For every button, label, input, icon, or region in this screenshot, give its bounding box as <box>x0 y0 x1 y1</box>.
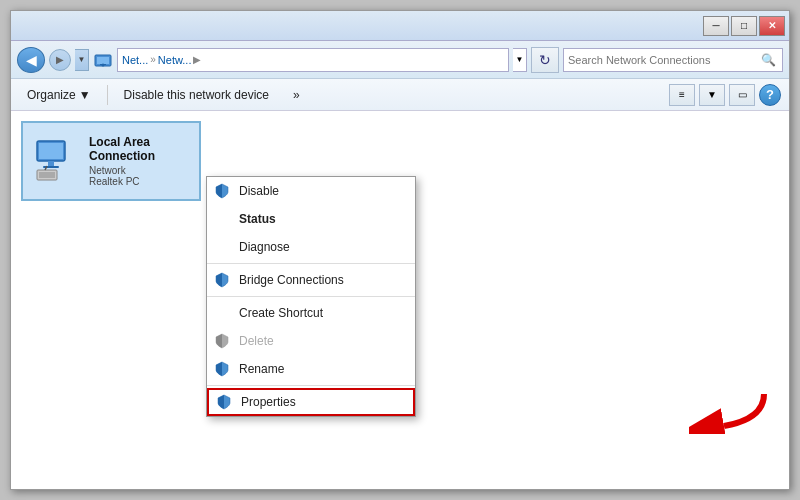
menu-separator-2 <box>207 296 415 297</box>
network-adapter-icon <box>31 137 79 185</box>
shield-icon-properties <box>215 393 233 411</box>
more-options-button[interactable]: » <box>285 84 308 106</box>
connection-type: Network <box>89 165 191 176</box>
breadcrumb-sep2: ▶ <box>193 54 201 65</box>
connection-details: Local Area Connection Network Realtek PC <box>89 135 191 187</box>
breadcrumb-bar: Net... » Netw... ▶ <box>117 48 509 72</box>
explorer-window: ─ □ ✕ ◀ ▶ ▼ Net... » Netw... ▶ ▼ ↻ <box>10 10 790 490</box>
context-menu-disable[interactable]: Disable <box>207 177 415 205</box>
context-menu-properties[interactable]: Properties <box>207 388 415 416</box>
address-bar: ◀ ▶ ▼ Net... » Netw... ▶ ▼ ↻ 🔍 <box>11 41 789 79</box>
shield-icon-delete <box>213 332 231 350</box>
context-menu-rename[interactable]: Rename <box>207 355 415 383</box>
back-button[interactable]: ◀ <box>17 47 45 73</box>
search-box: 🔍 <box>563 48 783 72</box>
context-menu-delete: Delete <box>207 327 415 355</box>
context-menu-diagnose[interactable]: Diagnose <box>207 233 415 261</box>
organize-button[interactable]: Organize ▼ <box>19 84 99 106</box>
help-button[interactable]: ? <box>759 84 781 106</box>
shield-icon-disable <box>213 182 231 200</box>
toolbar-separator-1 <box>107 85 108 105</box>
svg-rect-5 <box>39 143 63 159</box>
toolbar: Organize ▼ Disable this network device »… <box>11 79 789 111</box>
svg-rect-3 <box>100 64 106 65</box>
context-menu: Disable Status Diagnose Bridge Conne <box>206 176 416 417</box>
context-menu-bridge[interactable]: Bridge Connections <box>207 266 415 294</box>
forward-button[interactable]: ▶ <box>49 49 71 71</box>
breadcrumb-netw[interactable]: Netw... <box>158 54 192 66</box>
local-area-connection-item[interactable]: Local Area Connection Network Realtek PC <box>21 121 201 201</box>
search-button[interactable]: 🔍 <box>758 49 778 71</box>
menu-separator-3 <box>207 385 415 386</box>
connection-name: Local Area Connection <box>89 135 191 163</box>
red-arrow-indicator <box>689 384 769 434</box>
maximize-button[interactable]: □ <box>731 16 757 36</box>
address-icon <box>93 50 113 70</box>
svg-rect-1 <box>97 57 109 64</box>
breadcrumb-net[interactable]: Net... <box>122 54 148 66</box>
nav-dropdown-button[interactable]: ▼ <box>75 49 89 71</box>
title-bar: ─ □ ✕ <box>11 11 789 41</box>
breadcrumb-sep1: » <box>150 54 156 65</box>
preview-pane-button[interactable]: ▭ <box>729 84 755 106</box>
close-button[interactable]: ✕ <box>759 16 785 36</box>
search-input[interactable] <box>568 54 758 66</box>
svg-rect-9 <box>39 172 55 178</box>
window-controls: ─ □ ✕ <box>703 16 785 36</box>
shield-icon-bridge <box>213 271 231 289</box>
shield-icon-rename <box>213 360 231 378</box>
disable-network-button[interactable]: Disable this network device <box>116 84 277 106</box>
menu-separator-1 <box>207 263 415 264</box>
context-menu-shortcut[interactable]: Create Shortcut <box>207 299 415 327</box>
change-view-button[interactable]: ≡ <box>669 84 695 106</box>
breadcrumb-dropdown[interactable]: ▼ <box>513 48 527 72</box>
view-dropdown-button[interactable]: ▼ <box>699 84 725 106</box>
minimize-button[interactable]: ─ <box>703 16 729 36</box>
content-area: Local Area Connection Network Realtek PC… <box>11 111 789 489</box>
context-menu-status[interactable]: Status <box>207 205 415 233</box>
connection-adapter: Realtek PC <box>89 176 191 187</box>
svg-rect-6 <box>48 161 54 166</box>
refresh-button[interactable]: ↻ <box>531 47 559 73</box>
toolbar-right: ≡ ▼ ▭ ? <box>669 84 781 106</box>
